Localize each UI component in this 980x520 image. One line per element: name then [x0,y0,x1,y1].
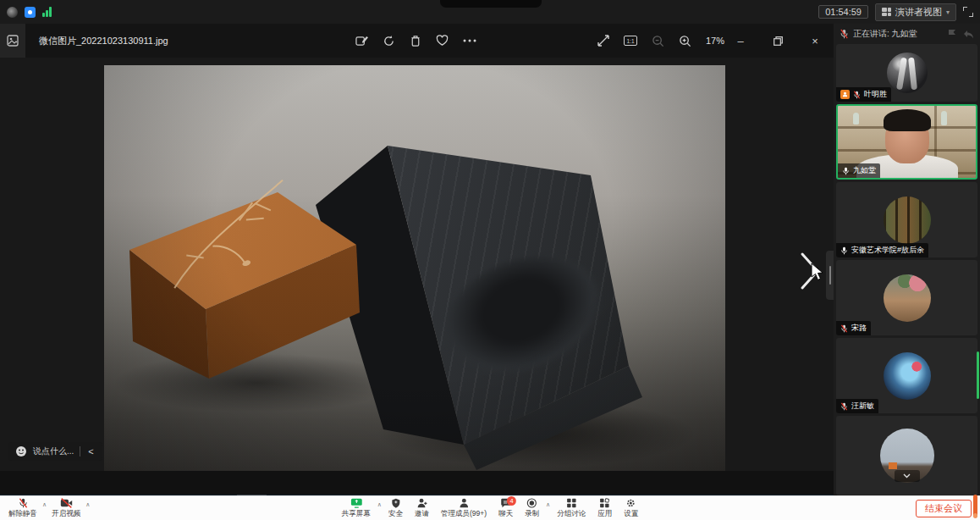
edit-image-icon[interactable] [355,35,368,47]
fullscreen-icon[interactable] [963,7,973,17]
end-meeting-button[interactable]: 结束会议 [916,500,972,517]
screen: 01:54:59 演讲者视图 ▾ 微信图片_20221023130911.jpg [0,0,980,520]
photos-titlebar: 微信图片_20221023130911.jpg [0,24,834,58]
breakout-label: 分组讨论 [557,509,586,519]
members-icon [459,498,470,508]
security-label: 安全 [388,509,403,519]
muted-mic-icon [840,402,848,411]
meeting-control-bar: 解除静音 ∧ 开启视频 ∧ 共享屏幕 ∧ 安全 邀请 [0,495,980,520]
participant-tile[interactable]: 宋路 [836,260,977,335]
participant-name: 叶明胜 [864,89,887,100]
avatar [884,274,931,322]
share-screen-label: 共享屏幕 [342,509,371,519]
breakout-icon [566,498,577,508]
comment-divider [80,446,80,456]
meeting-info-icon[interactable] [7,7,18,18]
record-button[interactable]: 录制 [520,498,544,519]
zoom-out-icon[interactable] [652,35,664,47]
mouse-cursor [811,263,825,281]
video-options-caret[interactable]: ∧ [85,501,90,508]
rotate-icon[interactable] [383,35,395,47]
apps-button[interactable]: 应用 [592,498,617,519]
start-video-label: 开启视频 [52,509,80,519]
muted-mic-icon [840,324,848,333]
unmute-button[interactable]: 解除静音 [3,498,42,519]
minimize-button[interactable]: – [722,24,759,58]
record-label: 录制 [525,509,539,519]
chevron-down-icon: ▾ [946,8,950,16]
avatar [887,53,928,93]
photo-canvas [104,65,725,471]
chat-badge: 4 [507,496,516,506]
favorite-heart-icon[interactable] [436,35,449,47]
participant-tile[interactable]: 安徽艺术学院#敖后余 [836,182,977,257]
collapse-comment-button[interactable]: < [86,446,95,456]
meeting-timer: 01:54:59 [818,5,868,19]
orange-scroll-indicator[interactable] [973,495,977,517]
view-mode-label: 演讲者视图 [895,6,942,19]
network-signal-icon [42,7,52,17]
share-control-notch[interactable] [440,0,542,8]
more-options-icon[interactable] [463,39,476,42]
chevron-down-icon [903,473,911,479]
host-badge-icon [840,90,850,99]
share-screen-button[interactable]: 共享屏幕 [337,498,376,519]
security-button[interactable]: 安全 [383,498,408,519]
record-icon [526,498,537,508]
chat-label: 聊天 [498,509,513,519]
share-options-caret[interactable]: ∧ [377,501,382,508]
delete-icon[interactable] [410,35,421,47]
collapse-tile-button[interactable] [895,470,920,482]
avatar [884,352,931,400]
close-button[interactable]: × [796,24,834,58]
zoom-in-icon[interactable] [679,35,691,47]
topbar-status-icons [7,7,52,18]
participant-video-tile[interactable]: 九如堂 [836,104,977,180]
sidebar-scrollbar[interactable] [977,351,979,399]
actual-size-icon[interactable]: 1:1 [624,36,637,46]
image-filename: 微信图片_20221023130911.jpg [39,35,168,47]
muted-mic-icon [840,29,849,39]
participant-tile[interactable]: 汪新敏 [836,338,977,413]
gear-icon [625,498,636,508]
settings-label: 设置 [624,509,638,519]
manage-members-button[interactable]: 管理成员(99+) [436,498,492,519]
speaking-header: 正在讲话: 九如堂 [834,24,980,44]
comment-placeholder[interactable]: 说点什么... [33,445,74,457]
mic-muted-icon [18,498,29,508]
start-video-button[interactable]: 开启视频 [47,498,85,519]
participants-sidebar: 正在讲话: 九如堂 叶明胜 [834,24,980,495]
unmute-label: 解除静音 [8,509,37,519]
participant-name: 安徽艺术学院#敖后余 [851,245,924,256]
avatar [884,196,931,244]
record-options-caret[interactable]: ∧ [546,501,550,508]
participant-name: 宋路 [851,323,867,334]
fit-to-window-icon[interactable] [597,35,609,47]
invite-label: 邀请 [415,509,429,519]
participant-name: 九如堂 [853,165,876,176]
view-mode-button[interactable]: 演讲者视图 ▾ [875,3,956,21]
breakout-rooms-button[interactable]: 分组讨论 [552,498,591,519]
reply-arrow-icon[interactable] [963,30,974,39]
meeting-security-icon[interactable] [25,7,36,18]
muted-mic-icon [853,91,861,99]
layout-grid-icon [882,8,891,16]
apps-grid-icon [599,498,610,508]
gallery-icon[interactable] [0,24,25,58]
invite-button[interactable]: 邀请 [410,498,434,519]
settings-button[interactable]: 设置 [619,498,643,519]
mic-on-icon [840,246,848,255]
emoji-icon[interactable] [15,445,27,457]
invite-person-icon [416,498,427,508]
filmstrip-handle[interactable] [826,251,834,300]
mic-on-icon [842,167,850,175]
chat-button[interactable]: 4 聊天 [493,498,518,519]
share-screen-icon [350,498,362,508]
camera-off-icon [60,498,73,508]
participant-tile[interactable] [836,416,977,495]
participant-tile[interactable]: 叶明胜 [836,44,977,102]
flag-icon[interactable] [947,29,959,39]
restore-button[interactable] [759,24,796,58]
comment-bar[interactable]: 说点什么... < [8,442,102,461]
participant-name: 汪新敏 [851,401,874,412]
